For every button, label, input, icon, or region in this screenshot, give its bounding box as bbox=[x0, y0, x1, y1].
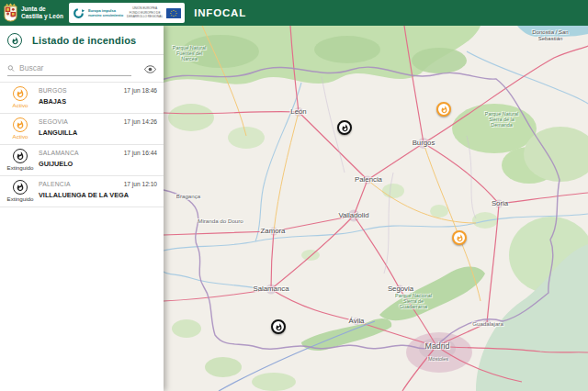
active-fire-icon bbox=[13, 117, 28, 132]
locality-label: VILLALUENGA DE LA VEGA bbox=[39, 191, 158, 199]
fire-datetime: 17 jun 16:44 bbox=[124, 150, 157, 156]
fire-list-item-languilla[interactable]: Activo SEGOVIA LANGUILLA 17 jun 14:26 bbox=[0, 114, 164, 145]
fire-list-item-abajas[interactable]: Activo BURGOS ABAJAS 17 jun 18:46 bbox=[0, 83, 164, 114]
basemap bbox=[164, 26, 588, 391]
status-badge: Extinguido bbox=[7, 164, 34, 171]
sidebar-header: Listado de incendios bbox=[0, 26, 164, 55]
extinguished-fire-icon bbox=[13, 180, 28, 195]
locality-label: GUIJUELO bbox=[39, 160, 158, 168]
map-canvas[interactable]: León Burgos Palencia Valladolid Zamora S… bbox=[164, 26, 588, 391]
eu-funding-logo: Europa impulsa nuestro crecimiento UNIÓN… bbox=[69, 3, 185, 23]
top-header-bar: Junta de Castilla y León Europa impulsa … bbox=[0, 0, 588, 26]
junta-castilla-leon-logo: Junta de Castilla y León bbox=[3, 3, 63, 23]
page-title: INFOCAL bbox=[194, 7, 246, 18]
infocal-app: Junta de Castilla y León Europa impulsa … bbox=[0, 0, 588, 391]
fire-list: Activo BURGOS ABAJAS 17 jun 18:46 Activo… bbox=[0, 82, 164, 207]
junta-logo-text: Junta de Castilla y León bbox=[21, 6, 63, 20]
search-row bbox=[0, 55, 164, 82]
fire-list-item-villaluenga[interactable]: Extinguido PALENCIA VILLALUENGA DE LA VE… bbox=[0, 176, 164, 207]
fire-datetime: 17 jun 12:10 bbox=[124, 181, 157, 187]
search-box bbox=[7, 62, 131, 76]
flame-icon bbox=[275, 323, 283, 331]
search-icon bbox=[7, 64, 15, 73]
flame-icon bbox=[456, 234, 464, 242]
eu-org-text: UNIÓN EUROPEA FONDO EUROPEO DE DESARROLL… bbox=[127, 6, 163, 18]
fire-datetime: 17 jun 14:26 bbox=[124, 118, 157, 125]
locality-label: ABAJAS bbox=[39, 97, 158, 106]
fire-status-column: Activo bbox=[4, 86, 37, 108]
status-badge: Activo bbox=[13, 133, 28, 140]
europa-impulsa-icon bbox=[73, 7, 85, 19]
extinguished-fire-icon bbox=[13, 149, 28, 163]
search-input[interactable] bbox=[17, 62, 131, 73]
fire-datetime: 17 jun 18:46 bbox=[124, 87, 157, 94]
eu-flag-icon bbox=[166, 8, 181, 18]
active-fire-icon bbox=[13, 86, 28, 101]
fire-status-column: Activo bbox=[4, 117, 37, 140]
locality-label: LANGUILLA bbox=[39, 128, 158, 137]
map-marker-guijuelo-extinguished[interactable] bbox=[271, 319, 286, 334]
fire-status-column: Extinguido bbox=[4, 149, 37, 171]
fire-status-column: Extinguido bbox=[4, 180, 37, 202]
sidebar-title: Listado de incendios bbox=[32, 35, 136, 46]
flame-icon bbox=[440, 106, 448, 114]
status-badge: Extinguido bbox=[7, 196, 34, 202]
fire-icon bbox=[7, 33, 22, 48]
status-badge: Activo bbox=[13, 102, 28, 108]
flame-icon bbox=[341, 124, 349, 132]
map-marker-abajas-active[interactable] bbox=[436, 102, 451, 117]
map-marker-villaluenga-extinguished[interactable] bbox=[337, 120, 352, 135]
junta-shield-icon bbox=[3, 3, 18, 23]
visibility-toggle-button[interactable] bbox=[144, 65, 156, 73]
eu-tagline-text: Europa impulsa nuestro crecimiento bbox=[88, 8, 123, 17]
fire-list-sidebar: Listado de incendios bbox=[0, 26, 164, 391]
eye-icon bbox=[144, 65, 156, 73]
map-marker-languilla-active[interactable] bbox=[452, 230, 467, 245]
fire-list-item-guijuelo[interactable]: Extinguido SALAMANCA GUIJUELO 17 jun 16:… bbox=[0, 145, 164, 176]
